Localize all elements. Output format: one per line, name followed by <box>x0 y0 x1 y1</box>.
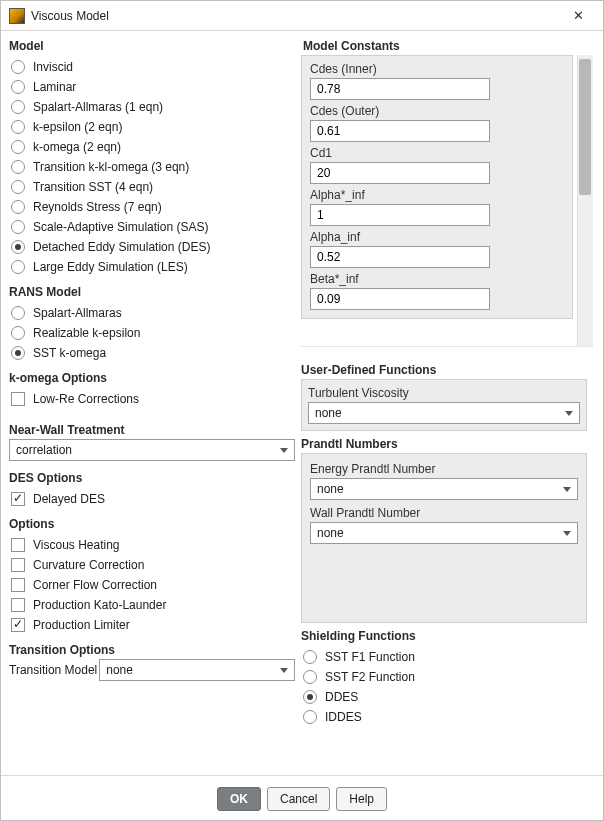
constant-input[interactable] <box>310 162 490 184</box>
model-option[interactable]: Transition k-kl-omega (3 eqn) <box>9 157 295 177</box>
prandtl-frame: Energy Prandtl Number none Wall Prandtl … <box>301 453 587 623</box>
constant-label: Beta*_inf <box>310 272 564 286</box>
radio-icon <box>303 710 317 724</box>
energy-prandtl-value: none <box>317 482 344 496</box>
radio-icon <box>303 670 317 684</box>
model-option[interactable]: k-epsilon (2 eqn) <box>9 117 295 137</box>
model-option-label: k-epsilon (2 eqn) <box>33 120 122 134</box>
radio-icon <box>11 220 25 234</box>
radio-icon <box>11 240 25 254</box>
transition-model-select[interactable]: none <box>99 659 295 681</box>
near-wall-select[interactable]: correlation <box>9 439 295 461</box>
heading-near-wall: Near-Wall Treatment <box>9 423 295 437</box>
transition-model-value: none <box>106 663 133 677</box>
options-option-label: Curvature Correction <box>33 558 144 572</box>
model-option-label: Transition SST (4 eqn) <box>33 180 153 194</box>
app-icon <box>9 8 25 24</box>
close-button[interactable]: ✕ <box>561 5 595 27</box>
model-option-label: Detached Eddy Simulation (DES) <box>33 240 210 254</box>
k-omega-option[interactable]: Low-Re Corrections <box>9 389 295 409</box>
scrollbar-thumb[interactable] <box>579 59 591 195</box>
constant-input[interactable] <box>310 246 490 268</box>
constant-label: Cdes (Inner) <box>310 62 564 76</box>
turbulent-viscosity-value: none <box>315 406 342 420</box>
options-option[interactable]: Viscous Heating <box>9 535 295 555</box>
model-option[interactable]: Detached Eddy Simulation (DES) <box>9 237 295 257</box>
heading-options: Options <box>9 517 295 531</box>
rans-model-option[interactable]: Spalart-Allmaras <box>9 303 295 323</box>
constant-input[interactable] <box>310 288 490 310</box>
constant-input[interactable] <box>310 120 490 142</box>
checkbox-icon <box>11 392 25 406</box>
options-option[interactable]: Production Limiter <box>9 615 295 635</box>
radio-icon <box>11 346 25 360</box>
window-title: Viscous Model <box>31 9 561 23</box>
radio-icon <box>11 120 25 134</box>
rans-model-option-label: SST k-omega <box>33 346 106 360</box>
chevron-down-icon <box>280 448 288 453</box>
ok-button[interactable]: OK <box>217 787 261 811</box>
cancel-button[interactable]: Cancel <box>267 787 330 811</box>
wall-prandtl-select[interactable]: none <box>310 522 578 544</box>
options-option[interactable]: Curvature Correction <box>9 555 295 575</box>
model-option-label: Inviscid <box>33 60 73 74</box>
rans-model-option-label: Realizable k-epsilon <box>33 326 140 340</box>
turbulent-viscosity-select[interactable]: none <box>308 402 580 424</box>
near-wall-value: correlation <box>16 443 72 457</box>
heading-k-omega-options: k-omega Options <box>9 371 295 385</box>
rans-model-option-label: Spalart-Allmaras <box>33 306 122 320</box>
radio-icon <box>11 326 25 340</box>
model-option[interactable]: Laminar <box>9 77 295 97</box>
shielding-option[interactable]: SST F1 Function <box>301 647 587 667</box>
model-option[interactable]: Scale-Adaptive Simulation (SAS) <box>9 217 295 237</box>
shielding-option[interactable]: SST F2 Function <box>301 667 587 687</box>
model-option[interactable]: Transition SST (4 eqn) <box>9 177 295 197</box>
shielding-option[interactable]: DDES <box>301 687 587 707</box>
des-option[interactable]: Delayed DES <box>9 489 295 509</box>
radio-icon <box>11 100 25 114</box>
checkbox-icon <box>11 492 25 506</box>
constant-label: Alpha*_inf <box>310 188 564 202</box>
model-option[interactable]: Inviscid <box>9 57 295 77</box>
model-constants-scrollpane: Cdes (Inner)Cdes (Outer)Cd1Alpha*_infAlp… <box>301 55 593 347</box>
energy-prandtl-select[interactable]: none <box>310 478 578 500</box>
model-option-label: Reynolds Stress (7 eqn) <box>33 200 162 214</box>
scrollbar[interactable] <box>577 55 593 346</box>
options-option-label: Production Kato-Launder <box>33 598 166 612</box>
checkbox-icon <box>11 598 25 612</box>
model-option[interactable]: Large Eddy Simulation (LES) <box>9 257 295 277</box>
shielding-option-label: SST F1 Function <box>325 650 415 664</box>
heading-model: Model <box>9 39 295 53</box>
model-option[interactable]: Spalart-Allmaras (1 eqn) <box>9 97 295 117</box>
help-button[interactable]: Help <box>336 787 387 811</box>
udf-frame: Turbulent Viscosity none <box>301 379 587 431</box>
model-option[interactable]: k-omega (2 eqn) <box>9 137 295 157</box>
wall-prandtl-value: none <box>317 526 344 540</box>
radio-icon <box>11 180 25 194</box>
options-option[interactable]: Corner Flow Correction <box>9 575 295 595</box>
des-option-label: Delayed DES <box>33 492 105 506</box>
heading-des-options: DES Options <box>9 471 295 485</box>
chevron-down-icon <box>563 487 571 492</box>
constant-input[interactable] <box>310 78 490 100</box>
options-option[interactable]: Production Kato-Launder <box>9 595 295 615</box>
rans-model-option[interactable]: Realizable k-epsilon <box>9 323 295 343</box>
options-group: Viscous HeatingCurvature CorrectionCorne… <box>9 533 295 639</box>
des-options-group: Delayed DES <box>9 487 295 513</box>
shielding-option-label: DDES <box>325 690 358 704</box>
model-option-label: Transition k-kl-omega (3 eqn) <box>33 160 189 174</box>
turbulent-viscosity-label: Turbulent Viscosity <box>308 386 580 400</box>
model-option[interactable]: Reynolds Stress (7 eqn) <box>9 197 295 217</box>
radio-icon <box>11 60 25 74</box>
rans-model-option[interactable]: SST k-omega <box>9 343 295 363</box>
heading-transition-options: Transition Options <box>9 643 295 657</box>
shielding-option[interactable]: IDDES <box>301 707 587 727</box>
shielding-option-label: SST F2 Function <box>325 670 415 684</box>
k-omega-option-label: Low-Re Corrections <box>33 392 139 406</box>
heading-prandtl-numbers: Prandtl Numbers <box>301 437 587 451</box>
transition-model-label: Transition Model <box>9 663 97 677</box>
model-constants-frame: Cdes (Inner)Cdes (Outer)Cd1Alpha*_infAlp… <box>301 55 573 319</box>
constant-input[interactable] <box>310 204 490 226</box>
model-radio-group: InviscidLaminarSpalart-Allmaras (1 eqn)k… <box>9 55 295 281</box>
checkbox-icon <box>11 578 25 592</box>
